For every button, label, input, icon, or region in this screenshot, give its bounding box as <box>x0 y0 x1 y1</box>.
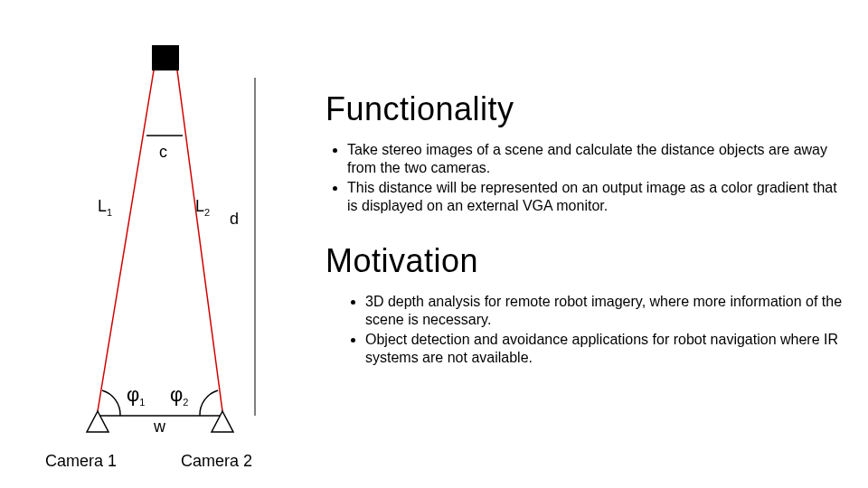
label-L1-main: L <box>98 197 107 215</box>
object-square <box>152 45 179 70</box>
camera-2-icon <box>212 411 233 432</box>
svg-line-3 <box>177 70 222 411</box>
functionality-list: Take stereo images of a scene and calcul… <box>326 141 850 215</box>
label-phi1-sub: 1 <box>139 397 145 408</box>
label-w: w <box>154 418 165 436</box>
label-L2-sub: 2 <box>204 207 210 218</box>
label-phi1: φ1 <box>127 383 145 408</box>
label-L1-sub: 1 <box>107 207 112 218</box>
slide: c L1 L2 d φ1 φ2 w Camera 1 Camera 2 Func… <box>0 0 868 488</box>
svg-line-2 <box>98 70 154 411</box>
functionality-bullet: This distance will be represented on an … <box>347 179 850 215</box>
motivation-list: 3D depth analysis for remote robot image… <box>326 293 850 367</box>
label-camera2: Camera 2 <box>181 452 252 471</box>
label-phi1-main: φ <box>127 383 139 406</box>
label-phi2: φ2 <box>170 383 188 408</box>
label-L2: L2 <box>195 197 210 218</box>
motivation-bullet: 3D depth analysis for remote robot image… <box>365 293 850 329</box>
content-area: Functionality Take stereo images of a sc… <box>326 90 850 392</box>
motivation-bullet: Object detection and avoidance applicati… <box>365 331 850 367</box>
motivation-heading: Motivation <box>326 242 850 280</box>
functionality-bullet: Take stereo images of a scene and calcul… <box>347 141 850 177</box>
label-d: d <box>230 210 239 229</box>
stereo-diagram-svg <box>18 0 307 488</box>
label-c: c <box>159 143 167 162</box>
stereo-diagram: c L1 L2 d φ1 φ2 w Camera 1 Camera 2 <box>18 0 307 488</box>
functionality-heading: Functionality <box>326 90 850 128</box>
label-L2-main: L <box>195 197 204 215</box>
label-L1: L1 <box>98 197 112 218</box>
label-phi2-main: φ <box>170 383 183 406</box>
label-phi2-sub: 2 <box>183 397 188 408</box>
label-camera1: Camera 1 <box>45 452 117 471</box>
camera-1-icon <box>87 411 108 432</box>
